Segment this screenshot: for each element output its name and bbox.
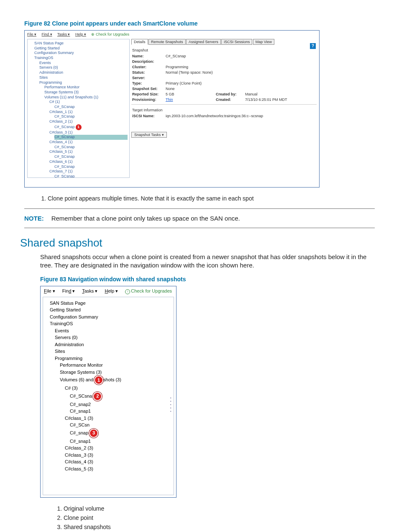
tree83-vol0-snap1[interactable]: C#_snap1: [70, 408, 172, 415]
note-text: Remember that a clone point only takes u…: [51, 215, 240, 222]
tree83-perf[interactable]: Performance Monitor: [60, 362, 172, 369]
tree-volume[interactable]: C# (1): [49, 100, 128, 105]
tree-servers[interactable]: Servers (0): [39, 65, 128, 70]
tree-programming[interactable]: Programming: [39, 80, 128, 85]
details-pane-fig82: ? Details Remote Snapshots Assigned Serv…: [131, 39, 317, 178]
tree83-vol1-snapB[interactable]: C#_snap1: [70, 438, 172, 445]
tree-storage-systems[interactable]: Storage Systems (3): [44, 90, 128, 95]
field-label: Type:: [132, 81, 166, 85]
note-rule-top: [24, 208, 375, 209]
field-value: C#_SCsnap: [166, 54, 316, 58]
tree-clonepoint[interactable]: C#_SCsnap: [54, 135, 128, 140]
tree-volume[interactable]: C#class_3 (1): [49, 130, 128, 135]
menu-file[interactable]: File ▾: [27, 32, 36, 36]
shared-snapshot-body: Shared snapshots occur when a clone poin…: [40, 253, 375, 270]
tree-trainingos[interactable]: TrainingOS: [34, 56, 128, 61]
tree-san-status[interactable]: SAN Status Page: [34, 41, 128, 46]
tree83-sites[interactable]: Sites: [55, 348, 172, 355]
scrollbar-handle[interactable]: ▪▪▪▪▪: [169, 396, 173, 413]
menubar-fig82: File ▾ Find ▾ Tasks ▾ Help ▾ ⊕ Check for…: [26, 31, 318, 37]
iscsi-name-value: iqn.2003-10.com.lefthandnetworks:trainin…: [166, 114, 316, 118]
tree83-vol5[interactable]: C#class_5 (3): [65, 465, 172, 473]
field-label: Server:: [132, 76, 166, 80]
tree83-vol3[interactable]: C#class_3 (3): [65, 452, 172, 459]
field-label: Snapshot Set:: [132, 87, 166, 91]
menu-help-83[interactable]: Help ▾: [105, 288, 118, 293]
menu-find[interactable]: Find ▾: [42, 32, 52, 36]
snapshot-tasks-button[interactable]: Snapshot Tasks ▾: [131, 132, 167, 138]
tree83-programming[interactable]: Programming: [55, 355, 172, 362]
tree83-vol4[interactable]: C#class_4 (3): [65, 458, 172, 465]
note-rule-bottom: [24, 228, 375, 228]
tree-clonepoint[interactable]: C#_SCsnap: [54, 164, 128, 170]
tree83-vol1-snapA[interactable]: C#_snap3: [70, 429, 172, 438]
tree-administration[interactable]: Administration: [39, 70, 128, 75]
tree-clonepoint[interactable]: C#_SCsnap1: [54, 124, 128, 130]
figure-83-screenshot: File ▾ Find ▾ Tasks ▾ Help ▾ ↑Check for …: [40, 286, 176, 498]
tree-clonepoint[interactable]: C#_SCsnap: [54, 114, 128, 119]
tree-volume[interactable]: C#class_2 (1): [49, 119, 128, 124]
menu-tasks-83[interactable]: Tasks ▾: [82, 288, 97, 293]
tree83-getting-started[interactable]: Getting Started: [50, 306, 172, 314]
tree-clonepoint[interactable]: C#_SCsnap: [54, 174, 128, 178]
field-value: None: [166, 87, 316, 91]
tree-sites[interactable]: Sites: [39, 75, 128, 80]
tree-config-summary[interactable]: Configuration Summary: [34, 51, 128, 56]
tree-clonepoint[interactable]: C#_SCsnap: [54, 145, 128, 150]
menu-upgrades-83[interactable]: ↑Check for Upgrades: [125, 288, 172, 293]
callout-83-3: Shared snapshots: [64, 524, 379, 530]
tree-volume[interactable]: C#class_6 (1): [49, 159, 128, 164]
menu-file-83[interactable]: File ▾: [44, 288, 55, 293]
provisioning-link[interactable]: Thin: [166, 98, 173, 102]
field-label: Created by:: [216, 92, 245, 96]
tree-events[interactable]: Events: [39, 61, 128, 66]
tree83-servers[interactable]: Servers (0): [55, 334, 172, 341]
tree83-volumes[interactable]: Volumes (6) and1shots (3): [60, 375, 172, 385]
tab-remote-snapshots[interactable]: Remote Snapshots: [148, 39, 186, 45]
tree83-administration[interactable]: Administration: [55, 341, 172, 348]
figure-82-callouts: Clone point appears multiple times. Note…: [31, 195, 379, 202]
figure-82-screenshot: File ▾ Find ▾ Tasks ▾ Help ▾ ⊕ Check for…: [24, 30, 320, 188]
tree-clonepoint[interactable]: C#_SCsnap: [54, 105, 128, 110]
nav-tree-fig82[interactable]: SAN Status Page Getting Started Configur…: [27, 39, 130, 178]
tree-clonepoint[interactable]: C#_SCsnap: [54, 154, 128, 159]
tree83-vol0-snap2[interactable]: C#_snap2: [70, 401, 172, 408]
field-label: Name:: [132, 54, 166, 58]
tree-volume[interactable]: C#class_1 (1): [49, 110, 128, 115]
tree-volumes-node[interactable]: Volumes (11) and Snapshots (1): [44, 95, 128, 100]
field-value: Programming: [166, 65, 316, 69]
tree83-config-summary[interactable]: Configuration Summary: [50, 314, 172, 321]
tree83-events[interactable]: Events: [55, 327, 172, 334]
tree83-vol0[interactable]: C# (3): [65, 385, 172, 392]
tree83-san[interactable]: SAN Status Page: [50, 300, 172, 307]
tab-assigned-servers[interactable]: Assigned Servers: [186, 39, 221, 45]
nav-tree-fig83[interactable]: SAN Status Page Getting Started Configur…: [43, 297, 174, 495]
tree-perf-monitor[interactable]: Performance Monitor: [44, 85, 128, 90]
callout-83-1: Original volume: [64, 505, 379, 512]
menu-check-upgrades[interactable]: ⊕ Check for Upgrades: [91, 32, 129, 36]
field-value: 5 GB: [166, 92, 216, 96]
menu-help[interactable]: Help ▾: [75, 32, 86, 36]
menu-find-83[interactable]: Find ▾: [62, 288, 75, 293]
note-label: NOTE:: [24, 215, 44, 222]
menubar-fig83: File ▾ Find ▾ Tasks ▾ Help ▾ ↑Check for …: [41, 287, 175, 296]
help-icon[interactable]: ?: [310, 43, 316, 49]
field-label: Provisioning:: [132, 98, 166, 102]
menu-tasks[interactable]: Tasks ▾: [57, 32, 70, 36]
tree-volume[interactable]: C#class_7 (1): [49, 169, 128, 174]
tree83-trainingos[interactable]: TrainingOS: [50, 320, 172, 327]
upgrade-icon: ↑: [125, 289, 130, 294]
tree-volume[interactable]: C#class_4 (1): [49, 140, 128, 145]
tree83-vol1-cp[interactable]: C#_SCsn: [70, 421, 172, 429]
tab-details[interactable]: Details: [131, 39, 148, 45]
tree83-storage[interactable]: Storage Systems (3): [60, 369, 172, 376]
tree-volume[interactable]: C#class_5 (1): [49, 149, 128, 154]
tree-getting-started[interactable]: Getting Started: [34, 46, 128, 51]
tree83-vol0-cp[interactable]: C#_SCsna2: [70, 392, 172, 401]
field-value: 7/13/10 6:25:01 PM MDT: [245, 98, 316, 102]
iscsi-name-label: iSCSI Name:: [132, 114, 166, 118]
tab-map-view[interactable]: Map View: [253, 39, 274, 45]
tab-iscsi-sessions[interactable]: iSCSI Sessions: [221, 39, 252, 45]
tree83-vol2[interactable]: C#class_2 (3): [65, 445, 172, 452]
tree83-vol1[interactable]: C#class_1 (3): [65, 415, 172, 422]
